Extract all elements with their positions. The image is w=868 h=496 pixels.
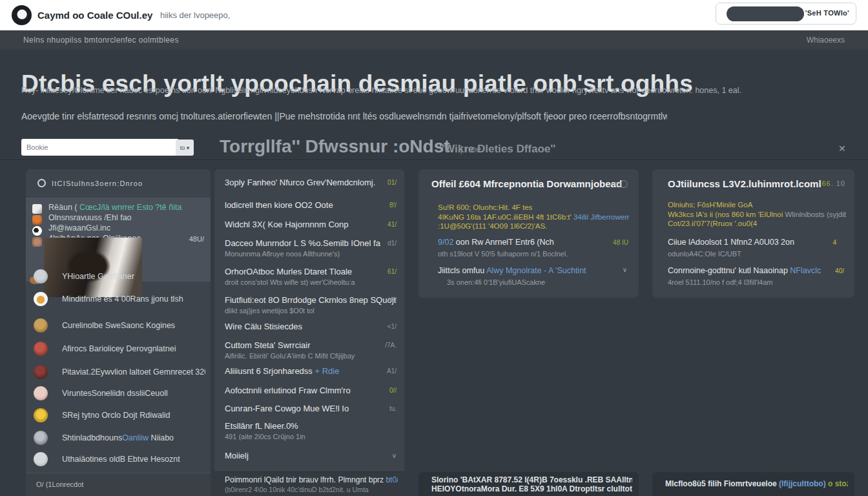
feed1-entry[interactable]: Jiittcls omfuu Alwy Mgnolrate - A 'Sucht… (438, 266, 619, 287)
selected-item-line2: Olnsnsravuuss /Ehl fao Jfi@iwaanGsl.inc (48, 213, 132, 232)
nav-right-link[interactable]: Whiaoeexs (807, 30, 845, 50)
sidebar-item[interactable]: ShtinladbdhounsOanliiw Niiabo (34, 430, 205, 446)
avatar (34, 431, 48, 445)
sidebar-item[interactable]: Uthaiāotines oldB Ebtve Hesoznt (34, 451, 205, 467)
feed1-alert-link[interactable]: 34ilil Jifberrowemdlitour (572, 213, 629, 221)
feed2-entry[interactable]: Ciiue lAdoolsot 1 Nfnn2 A0U03 2on odunlo… (668, 238, 834, 258)
selected-item-link[interactable]: CœcJ/là wnrrer Esto ?tê ñita (79, 203, 181, 212)
feed1-header: Offeil £604 Mfrcepnontia Dorwamnjobead (431, 178, 622, 189)
feed2-header: OJtiiluncss L3V2.luhinmrot.lcoml (668, 178, 822, 189)
signin-label[interactable]: 'SeH TOWlo' (805, 9, 849, 17)
trend-count: <1/ (388, 323, 397, 330)
caret-down-icon: to ▾ (180, 145, 190, 151)
sidebar-item[interactable]: YHioartle GohSaner (34, 269, 205, 284)
circle-icon[interactable]: ◯ (620, 180, 630, 187)
trend-item[interactable]: Aofoctnnli erlutinod Fraw Clmm'ro 0// (225, 386, 397, 395)
feed1-entry[interactable]: 9/02 oon Rw AnrnelT Entr6 (Nch oth s19lo… (438, 238, 619, 258)
trend-item[interactable]: lodicrell then kiore OO2 Oote 8!/ (225, 200, 397, 210)
filter-dropdown-button[interactable]: to ▾ (176, 140, 194, 156)
sidebar-item[interactable]: Pitaviat.2Eywvlion laltoet Gemnrecet 320 (34, 364, 205, 380)
trend-item[interactable]: Cunran-Fare Cowgo Mue WE!l Io tu. (225, 404, 397, 413)
trend-item[interactable]: Cuttom Steta' Swrrciair Aifirilic. Ebiri… (225, 340, 397, 360)
trends-pinned-item[interactable]: Poimmonri lQaild tnir brauv lfrrh. Plmng… (214, 471, 404, 496)
sidebar-item[interactable]: ViruntesSoneliidn dssliiCeuoll (34, 386, 205, 401)
trend-count: tu. (389, 405, 397, 412)
selected-item-count: 48U/ (189, 235, 204, 243)
feed2-entry-link[interactable]: NFlavclc (790, 266, 821, 275)
feed2-entry-count: 4 (832, 239, 836, 246)
top-header-bar: Caymd oo Coale COul.ey hiiks der lvopeep… (0, 0, 868, 31)
trend-count: 01/ (388, 179, 397, 186)
trend-item[interactable]: Moiielj ∨ (225, 451, 397, 460)
feed1-footer-line2: HEIOYOtnoraMora Dur. E8 5X9 1hl0A Dtropt… (431, 484, 632, 493)
sidebar-header-row[interactable]: ItCIStulhns3oern:Dnroo (26, 169, 211, 198)
feed1-footer-bar[interactable]: Slorino 'BAtXAR 8787.52 I(4R)B 7oessklu … (418, 472, 639, 496)
feed1-entry-link[interactable]: Alwy Mgnolrate - A 'Suchtint (486, 266, 586, 275)
sidebar-item[interactable]: SRej tytno Orclo Dojt Rdiwalid (34, 408, 205, 423)
feed1-footer-line1: Slorino 'BAtXAR 8787.52 I(4R)B 7oessklu … (431, 475, 632, 484)
avatar (34, 318, 48, 333)
close-icon[interactable]: ✕ (838, 143, 846, 154)
list-icon[interactable]: ≡ (614, 180, 619, 187)
signin-pill-button[interactable] (727, 6, 804, 21)
trend-item[interactable]: Wire Cälu Stisiecdes <1/ (225, 322, 397, 331)
avatar (32, 237, 42, 247)
page-description: Aoevgtde tinr elsfatrtesod resnnrs omcj … (21, 111, 667, 121)
trend-item[interactable]: Etsllânr fL Nieer.0% 491 (aite 2i0cs Crû… (225, 421, 397, 440)
feed-card-2: OJtiiluncss L3V2.luhinmrot.lcoml 66. 10 … (652, 169, 854, 298)
sidebar-item[interactable]: Curelinolbe SweSaonc Kogines (34, 318, 205, 333)
signin-box: 'SeH TOWlo' (716, 3, 856, 25)
nav-bar: Nelns nhuopilss bmtonrclenfec oolmtblees… (0, 30, 868, 50)
chevron-down-icon[interactable]: ∨ (623, 266, 627, 273)
feed2-entry[interactable]: Conrnoine-godttnu' kutl Naaoinap NFlavcl… (668, 266, 834, 287)
feed2-footer-bar[interactable]: Mlcfloo8ù5 filih Fiomrtveueloe (lfijjcul… (652, 472, 854, 496)
avatar (34, 269, 48, 284)
post-photo[interactable] (44, 238, 142, 297)
trend-count: 8!/ (389, 202, 397, 209)
feed2-alert-block[interactable]: Olniuhs; FôsH'Minile GoA Wk3kcs lA's ii … (668, 200, 846, 229)
trend-count: 41/ (388, 221, 397, 228)
trend-count: A1/ (387, 367, 397, 375)
feed1-entry-badge: 48 IU (613, 239, 628, 246)
feed2-footer-text: Mlcfloo8ù5 filih Fiomrtveueloe (665, 479, 779, 488)
feed2-count-gray: 10 (836, 180, 845, 187)
chevron-down-icon[interactable]: ∨ (392, 452, 397, 459)
trend-item[interactable]: Aliiiusnt 6 Srjonharedss + Rdie A1/ (225, 366, 397, 376)
trend-item[interactable]: Widchl 3X( Koe Hajornnnm Conp 41/ (225, 220, 397, 229)
sidebar-header-label: ItCIStulhns3oern:Dnroo (52, 169, 143, 198)
feed2-count-green: 66. (822, 180, 833, 187)
trend-count: /7A. (385, 342, 397, 349)
avatar (34, 408, 48, 422)
nav-breadcrumb[interactable]: Nelns nhuopilss bmtonrclenfec oolmtblees (23, 30, 179, 50)
avatar (32, 204, 42, 214)
avatar (32, 215, 42, 225)
sidebar-column: ItCIStulhns3oern:Dnroo Rēàun ( CœcJ/là w… (26, 169, 211, 496)
selected-item-line1: Rēàun ( (48, 203, 79, 212)
board-divider (0, 160, 868, 160)
column-group-title: ''Wikre Dleties Dffaoe'' (439, 143, 555, 156)
avatar (34, 365, 48, 379)
trend-item[interactable]: Fiutfiuti:eot 8O Brrdodge Ckrnlos 8nep S… (225, 295, 397, 315)
feed1-alert-block[interactable]: Su!R 600; Oluohc:Hit. 4F tes 4IKuNG 16ta… (438, 203, 629, 231)
trend-item[interactable]: OrhorOAtboc Murles Dtaret Tloale droit c… (225, 267, 397, 286)
feed2-entry-count: 40/ (835, 267, 844, 274)
feed2-footer-link[interactable]: (lfijjculttobo) (779, 479, 826, 488)
avatar (32, 226, 42, 236)
trend-count: d1/ (388, 240, 397, 247)
trend-item[interactable]: Dacceo Munrndor L S %o.Semilb IOnel fa M… (225, 238, 397, 258)
trends-column: 3oply Fanheo' Nfurco Grev'Nemdcnlomj. 01… (214, 169, 404, 496)
feed1-header-icons[interactable]: ≡◯ (614, 180, 630, 188)
trend-item[interactable]: 3oply Fanheo' Nfurco Grev'Nemdcnlomj. 01… (225, 178, 397, 187)
app-logo-icon[interactable] (12, 5, 32, 25)
avatar (34, 292, 48, 306)
avatar-stack (32, 204, 43, 248)
sidebar-footer[interactable]: O/ (1Lonrecdot (26, 473, 211, 496)
search-input[interactable] (21, 139, 179, 156)
sidebar-item[interactable]: Minditfnme es 4 00Rans jjonu tlsh (34, 291, 205, 307)
feed-card-1: Offeil £604 Mfrcepnontia Dorwamnjobead ≡… (418, 169, 639, 298)
avatar (34, 342, 48, 356)
feed2-footer-tail: o stoz (826, 479, 848, 488)
feed1-entry-link[interactable]: 9/02 (438, 238, 453, 247)
sidebar-item[interactable]: Afirocs Bariolicey Derovgnlatnei (34, 341, 205, 356)
sidebar-footer-label: O/ (1Lonrecdot (36, 473, 83, 495)
